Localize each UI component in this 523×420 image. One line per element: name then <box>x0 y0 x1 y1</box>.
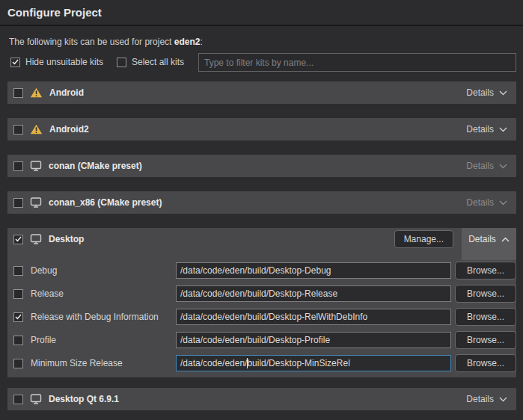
hide-unsuitable-kits-label: Hide unsuitable kits <box>25 57 103 67</box>
desktop-icon <box>30 197 42 208</box>
config-row-debug: Debug Browse... <box>13 262 516 280</box>
kit-name: conan (CMake preset) <box>49 161 142 171</box>
config-row-minsizerel: Minimum Size Release Browse... <box>13 354 516 372</box>
kit-name: Android2 <box>49 124 89 135</box>
build-path-input-profile[interactable] <box>176 332 451 348</box>
intro-suffix: : <box>200 37 202 47</box>
config-checkbox[interactable] <box>13 336 23 345</box>
build-path-wrap <box>176 355 451 371</box>
kit-row-conan: conan (CMake preset) Details <box>7 155 516 177</box>
build-path-wrap <box>176 332 451 348</box>
config-label: Debug <box>31 265 176 276</box>
build-path-wrap <box>176 262 451 279</box>
kit-checkbox[interactable] <box>13 88 23 98</box>
browse-button-minsizerel[interactable]: Browse... <box>455 354 516 372</box>
browse-button-profile[interactable]: Browse... <box>455 331 516 349</box>
config-label: Profile <box>31 335 176 345</box>
config-checkbox[interactable] <box>13 359 23 368</box>
chevron-down-icon <box>499 397 507 402</box>
hide-unsuitable-kits-checkbox[interactable]: Hide unsuitable kits <box>10 57 103 67</box>
details-button-desktop-qt[interactable]: Details <box>466 394 516 404</box>
page-title: Configure Project <box>7 6 102 19</box>
details-label: Details <box>466 197 494 208</box>
chevron-down-icon <box>499 127 507 132</box>
config-checkbox[interactable] <box>13 289 23 299</box>
kit-name: Desktop <box>49 234 84 244</box>
kit-checkbox[interactable] <box>13 161 23 171</box>
build-path-input-minsizerel[interactable] <box>176 355 451 371</box>
browse-button-release[interactable]: Browse... <box>455 285 516 303</box>
warning-icon <box>30 124 43 135</box>
desktop-icon <box>30 161 42 171</box>
browse-button-debug[interactable]: Browse... <box>455 262 516 280</box>
kit-filter-input[interactable] <box>198 53 516 72</box>
manage-kits-button[interactable]: Manage... <box>394 230 453 248</box>
details-label: Details <box>466 87 494 98</box>
chevron-down-icon <box>499 200 507 206</box>
title-divider <box>0 25 523 26</box>
details-label: Details <box>466 394 494 404</box>
desktop-icon <box>30 234 42 244</box>
build-path-wrap <box>176 309 451 325</box>
project-name: eden2 <box>174 37 201 47</box>
chevron-down-icon <box>499 164 507 169</box>
config-label: Release with Debug Information <box>31 312 176 322</box>
build-path-input-relwithdebinfo[interactable] <box>176 309 451 325</box>
config-row-release: Release Browse... <box>13 285 516 303</box>
kit-checkbox[interactable] <box>13 395 23 404</box>
kit-row-conan-x86: conan_x86 (CMake preset) Details <box>7 191 516 214</box>
intro-text: The following kits can be used for proje… <box>9 37 203 47</box>
kit-row-desktop: Desktop Manage... Details <box>7 228 516 250</box>
check-icon <box>12 59 19 65</box>
browse-button-relwithdebinfo[interactable]: Browse... <box>455 308 516 326</box>
config-label: Minimum Size Release <box>31 358 176 368</box>
config-label: Release <box>31 288 176 299</box>
details-button-conan[interactable]: Details <box>466 161 516 171</box>
kit-card-desktop: Desktop Manage... Details Debug Browse..… <box>7 228 516 377</box>
select-all-kits-label: Select all kits <box>132 57 184 67</box>
build-path-wrap <box>176 285 451 302</box>
warning-icon <box>30 87 43 98</box>
kit-checkbox[interactable] <box>13 235 23 244</box>
kit-row-android2: Android2 Details <box>7 118 516 140</box>
kit-row-desktop-qt: Desktop Qt 6.9.1 Details <box>7 388 516 410</box>
kit-checkbox[interactable] <box>13 125 23 135</box>
kit-name: Android <box>49 87 84 98</box>
details-label: Details <box>466 124 494 135</box>
kit-name: Desktop Qt 6.9.1 <box>49 394 119 404</box>
checkbox-icon <box>117 58 126 67</box>
intro-prefix: The following kits can be used for proje… <box>9 37 174 47</box>
chevron-up-icon <box>501 237 510 242</box>
details-button-conan-x86[interactable]: Details <box>466 197 516 208</box>
select-all-kits-checkbox[interactable]: Select all kits <box>117 57 184 67</box>
config-checkbox[interactable] <box>13 266 23 276</box>
details-button-desktop[interactable]: Details <box>462 228 516 250</box>
details-button-android[interactable]: Details <box>466 87 516 98</box>
config-row-profile: Profile Browse... <box>13 331 516 349</box>
config-checkbox[interactable] <box>13 312 23 322</box>
chevron-down-icon <box>499 90 507 96</box>
kit-name: conan_x86 (CMake preset) <box>49 197 162 208</box>
details-label: Details <box>468 234 496 244</box>
kit-row-android: Android Details <box>7 81 516 104</box>
text-cursor <box>247 358 248 368</box>
check-icon <box>15 236 22 242</box>
kit-checkbox[interactable] <box>13 198 23 208</box>
checkbox-icon <box>10 58 20 67</box>
desktop-icon <box>30 394 42 404</box>
details-button-android2[interactable]: Details <box>466 124 516 135</box>
config-row-relwithdebinfo: Release with Debug Information Browse... <box>13 308 516 326</box>
details-label: Details <box>466 161 494 171</box>
build-path-input-debug[interactable] <box>176 262 451 279</box>
build-path-input-release[interactable] <box>176 285 451 302</box>
check-icon <box>15 314 22 320</box>
